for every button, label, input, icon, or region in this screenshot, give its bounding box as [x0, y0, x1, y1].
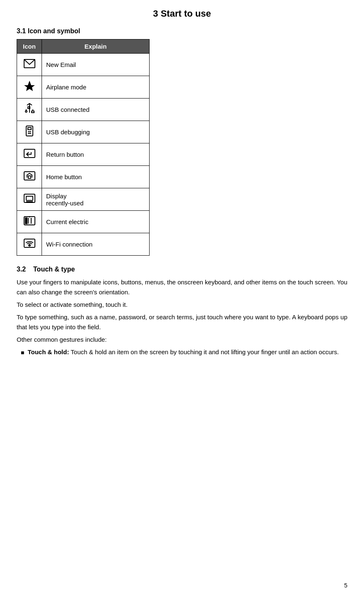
icon-cell	[17, 233, 42, 256]
explain-cell: Home button	[42, 166, 150, 188]
icon-cell	[17, 211, 42, 233]
table-row: USB connected	[17, 99, 150, 121]
section-31-title: 3.1 Icon and symbol	[17, 27, 347, 35]
explain-cell: Displayrecently-used	[42, 188, 150, 211]
bullet-item: ■Touch & hold: Touch & hold an item on t…	[21, 347, 347, 357]
table-row: Displayrecently-used	[17, 188, 150, 211]
icon-table: Icon Explain New Email Airplane mode USB…	[17, 39, 150, 256]
paragraph-3: To type something, such as a name, passw…	[17, 312, 347, 332]
explain-cell: USB debugging	[42, 121, 150, 143]
table-row: USB debugging	[17, 121, 150, 143]
icon-cell	[17, 99, 42, 121]
col-icon-header: Icon	[17, 39, 42, 54]
svg-point-23	[29, 244, 30, 246]
svg-rect-18	[25, 218, 27, 224]
table-row: Airplane mode	[17, 76, 150, 99]
page-title: 3 Start to use	[17, 8, 347, 19]
paragraph-1: Use your fingers to manipulate icons, bu…	[17, 277, 347, 297]
svg-rect-13	[28, 176, 31, 178]
svg-rect-15	[26, 196, 33, 200]
section-32-title: 3.2 Touch & type	[17, 266, 347, 273]
svg-rect-11	[24, 149, 35, 158]
icon-cell	[17, 121, 42, 143]
explain-cell: Wi-Fi connection	[42, 233, 150, 256]
svg-point-4	[25, 111, 27, 112]
explain-cell: New Email	[42, 54, 150, 76]
icon-cell	[17, 54, 42, 76]
table-row: Return button	[17, 143, 150, 166]
bullet-text: Touch & hold: Touch & hold an item on th…	[27, 347, 339, 357]
paragraph-2: To select or activate something, touch i…	[17, 300, 347, 310]
icon-cell	[17, 143, 42, 166]
paragraph-4: Other common gestures include:	[17, 335, 347, 345]
icon-cell	[17, 166, 42, 188]
col-explain-header: Explain	[42, 39, 150, 54]
icon-cell	[17, 76, 42, 99]
explain-cell: Return button	[42, 143, 150, 166]
explain-cell: Airplane mode	[42, 76, 150, 99]
svg-rect-8	[28, 128, 31, 130]
table-row: Home button	[17, 166, 150, 188]
svg-rect-2	[28, 107, 30, 109]
icon-cell	[17, 188, 42, 211]
table-row: Current electric	[17, 211, 150, 233]
svg-rect-6	[32, 111, 34, 113]
explain-cell: USB connected	[42, 99, 150, 121]
explain-cell: Current electric	[42, 211, 150, 233]
bullet-icon: ■	[21, 348, 24, 357]
section-31: 3.1 Icon and symbol Icon Explain New Ema…	[17, 27, 347, 256]
table-row: New Email	[17, 54, 150, 76]
table-row: Wi-Fi connection	[17, 233, 150, 256]
section-32: 3.2 Touch & type Use your fingers to man…	[17, 266, 347, 357]
